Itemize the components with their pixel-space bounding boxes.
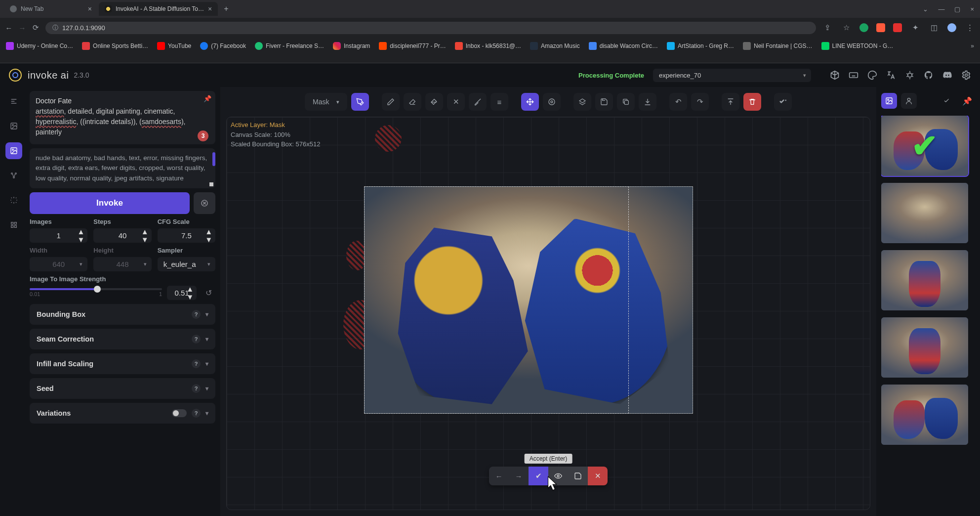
bookmark-item[interactable]: disable Wacom Circ… [589,42,658,50]
variations-accordion[interactable]: Variations ?▾ [30,403,215,424]
bookmark-item[interactable]: Online Sports Betti… [82,42,148,50]
share-icon[interactable]: ⇪ [822,23,833,32]
invoke-button[interactable]: Invoke [30,192,190,214]
bookmark-item[interactable]: Fiverr - Freelance S… [255,42,324,50]
help-icon[interactable]: ? [192,310,201,319]
keyboard-icon[interactable] [849,70,858,80]
github-icon[interactable] [924,70,934,80]
address-bar[interactable]: ⓘ 127.0.0.1:9090 [45,22,816,34]
clear-mask-icon[interactable]: ✕ [447,93,465,111]
reset-icon[interactable]: ↺ [202,286,215,300]
model-select[interactable]: experience_70 ▾ [653,69,811,82]
discord-icon[interactable] [942,70,952,80]
resize-handle-icon[interactable] [209,182,213,186]
save-to-gallery-icon[interactable] [595,93,613,111]
training-tab-icon[interactable] [5,216,22,233]
profile-avatar[interactable] [947,23,956,32]
forward-icon[interactable]: → [18,24,26,32]
pin-icon[interactable]: 📌 [204,94,211,104]
site-info-icon[interactable]: ⓘ [52,24,58,32]
bug-icon[interactable] [905,70,915,80]
bookmark-item[interactable]: Udemy - Online Co… [6,42,73,50]
help-icon[interactable]: ? [192,335,201,344]
menu-icon[interactable]: ⋮ [964,23,975,32]
img2img-tab-icon[interactable] [5,118,22,134]
browser-tab-new[interactable]: New Tab × [4,2,98,16]
staging-prev-icon[interactable]: ← [489,467,509,485]
reload-icon[interactable]: ⟳ [32,23,40,32]
chevron-down-icon[interactable]: ⌄ [923,5,928,13]
width-select[interactable]: 640▾ [30,257,87,271]
close-window-icon[interactable]: × [970,5,974,13]
bookmark-item[interactable]: Inbox - klk56831@… [455,42,521,50]
ext-icon[interactable] [859,23,868,32]
i2i-value-input[interactable]: 0.51▲▼ [167,286,197,300]
steps-input[interactable]: 40▲▼ [93,228,151,243]
browser-tab-invokeai[interactable]: InvokeAI - A Stable Diffusion To… × [99,2,218,16]
nodes-tab-icon[interactable] [5,167,22,184]
gallery-thumbnail[interactable] [881,385,968,445]
sidepanel-icon[interactable]: ◫ [929,23,939,32]
staging-save-icon[interactable] [568,467,588,485]
postprocess-tab-icon[interactable] [5,192,22,209]
close-icon[interactable]: × [88,5,92,13]
help-icon[interactable]: ? [192,359,201,368]
canvas-grid[interactable]: Active Layer: Mask Canvas Scale: 100% Sc… [226,117,870,510]
seed-accordion[interactable]: Seed?▾ [30,378,215,399]
move-tool-icon[interactable] [521,93,539,111]
bookmark-item[interactable]: YouTube [157,42,191,50]
gallery-images-tab-icon[interactable] [881,93,897,109]
help-icon[interactable]: ? [192,384,201,393]
bookmark-item[interactable]: LINE WEBTOON - G… [821,42,894,50]
gallery-thumbnail[interactable] [881,317,968,378]
gallery-user-tab-icon[interactable] [901,93,917,109]
height-select[interactable]: 448▾ [93,257,151,271]
help-icon[interactable]: ? [192,409,201,418]
positive-prompt[interactable]: 📌 Doctor Fate artstation, detailed, digi… [30,91,215,144]
palette-icon[interactable] [867,70,877,80]
bookmarks-overflow-icon[interactable]: » [971,43,974,49]
i2i-slider[interactable] [30,288,162,290]
upload-icon[interactable] [722,93,739,111]
bookmark-item[interactable]: Neil Fontaine | CGS… [743,42,813,50]
seam-correction-accordion[interactable]: Seam Correction?▾ [30,329,215,349]
images-input[interactable]: 1▲▼ [30,228,87,243]
txt2img-tab-icon[interactable] [5,93,22,110]
gallery-thumbnail[interactable] [881,250,968,310]
brush-options-icon[interactable]: ≡ [490,93,508,111]
bookmark-item[interactable]: ArtStation - Greg R… [667,42,734,50]
sampler-select[interactable]: k_euler_a▾ [158,257,215,271]
negative-prompt[interactable]: nude bad anatomy, bad hands, text, error… [30,148,215,188]
maximize-icon[interactable]: ▢ [954,5,960,13]
brush-tool-icon[interactable] [351,93,369,111]
minimize-icon[interactable]: — [938,5,944,13]
color-picker-icon[interactable] [469,93,487,111]
variations-toggle[interactable] [172,409,187,417]
star-icon[interactable]: ☆ [841,23,852,32]
gallery-pin-icon[interactable]: 📌 [959,93,975,109]
undo-icon[interactable]: ↶ [669,93,687,111]
redo-icon[interactable]: ↷ [691,93,709,111]
bounding-box-accordion[interactable]: Bounding Box?▾ [30,304,215,325]
gallery-thumbnail[interactable]: ✔ [881,116,968,176]
extensions-icon[interactable]: ✦ [910,23,921,32]
staging-discard-icon[interactable]: ✕ [588,467,608,485]
infill-scaling-accordion[interactable]: Infill and Scaling?▾ [30,353,215,374]
language-icon[interactable] [886,70,896,80]
close-icon[interactable]: × [208,5,212,13]
cfg-input[interactable]: 7.5▲▼ [158,228,215,243]
bookmark-item[interactable]: discipleneil777 - Pr… [379,42,446,50]
gallery-thumbnail[interactable] [881,183,968,243]
gallery-settings-icon[interactable] [939,93,955,109]
bookmark-item[interactable]: Amazon Music [530,42,580,50]
clear-canvas-icon[interactable] [743,93,761,111]
fill-tool-icon[interactable] [425,93,443,111]
new-tab-button[interactable]: + [219,2,233,15]
ext-icon[interactable] [876,23,885,32]
ext-abp-icon[interactable] [893,23,902,32]
merge-visible-icon[interactable] [573,93,591,111]
staging-next-icon[interactable]: → [509,467,529,485]
settings-icon[interactable] [961,70,971,80]
copy-to-clipboard-icon[interactable] [617,93,635,111]
bookmark-item[interactable]: (7) Facebook [200,42,246,50]
